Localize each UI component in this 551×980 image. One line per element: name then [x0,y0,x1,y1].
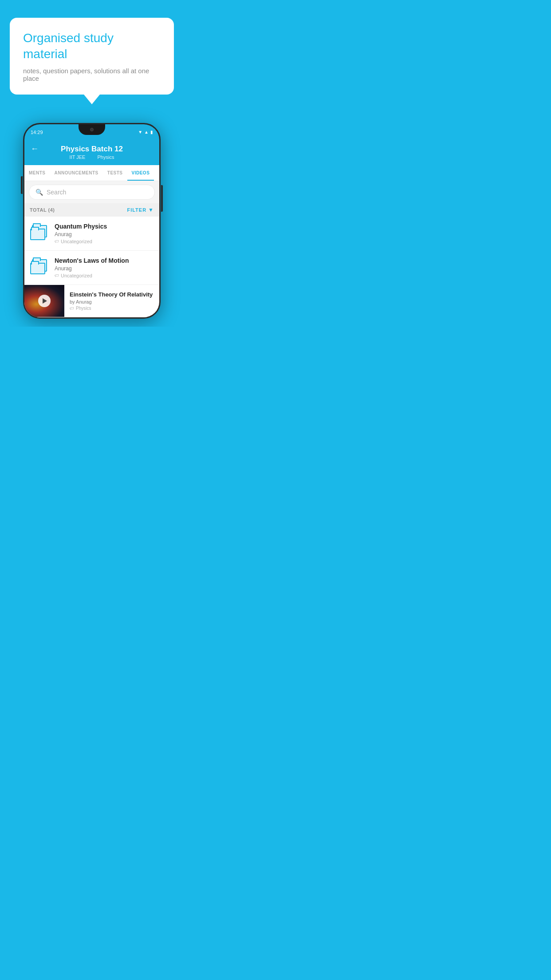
header-subtitle: IIT JEE Physics [67,154,117,160]
video-author: Anurag [55,265,154,272]
video-tag: 🏷 Uncategorized [55,239,154,244]
thumb-overlay [24,285,64,317]
subtitle-part1: IIT JEE [70,154,86,160]
subtitle-part2: Physics [98,154,114,160]
search-icon: 🔍 [35,189,43,196]
total-count: TOTAL (4) [30,207,55,213]
video-tag: 🏷 Uncategorized [55,273,154,278]
filter-label: FILTER [127,207,146,213]
play-icon [43,298,47,304]
video-title: Newton's Laws of Motion [55,257,154,264]
notch [79,124,105,135]
video-title: Einstein's Theory Of Relativity [70,291,154,298]
phone-container: 14:29 ▼ ▲ ▮ ← Physics Batch 12 IIT JEE P… [23,123,161,319]
tab-ments[interactable]: MENTS [24,165,50,181]
filter-button[interactable]: FILTER ▼ [127,207,154,213]
video-info: Quantum Physics Anurag 🏷 Uncategorized [55,223,154,244]
video-icon-wrap [30,258,49,277]
tag-icon: 🏷 [70,306,74,311]
folder-icon [30,259,49,276]
folder-icon [30,225,49,242]
list-item[interactable]: Quantum Physics Anurag 🏷 Uncategorized [24,217,159,251]
tag-label: Physics [76,306,91,311]
power-button [161,185,163,212]
header-title: Physics Batch 12 [61,145,123,154]
status-time: 14:29 [31,130,43,135]
search-bar-container: 🔍 Search [24,181,159,203]
video-info: Newton's Laws of Motion Anurag 🏷 Uncateg… [55,257,154,278]
tag-label: Uncategorized [61,239,92,244]
list-item[interactable]: Newton's Laws of Motion Anurag 🏷 Uncateg… [24,251,159,285]
video-icon-wrap [30,224,49,243]
status-icons: ▼ ▲ ▮ [138,130,153,134]
search-placeholder: Search [47,189,66,196]
phone-wrapper: 14:29 ▼ ▲ ▮ ← Physics Batch 12 IIT JEE P… [0,123,184,323]
tab-announcements[interactable]: ANNOUNCEMENTS [50,165,103,181]
folder-front [30,263,45,274]
phone-mockup: 14:29 ▼ ▲ ▮ ← Physics Batch 12 IIT JEE P… [23,123,161,319]
folder-front [30,229,45,240]
play-button[interactable] [38,295,51,307]
video-author: Anurag [55,231,154,237]
filter-icon: ▼ [148,207,154,213]
back-button[interactable]: ← [31,144,39,154]
video-info: Einstein's Theory Of Relativity by Anura… [70,287,154,315]
tag-icon: 🏷 [55,273,59,278]
app-header: ← Physics Batch 12 IIT JEE Physics [24,140,159,165]
bubble-title: Organised study material [23,30,161,63]
signal-icon: ▲ [144,130,149,134]
top-section: Organised study material notes, question… [0,0,184,103]
list-item[interactable]: Einstein's Theory Of Relativity by Anura… [24,285,159,317]
tab-videos[interactable]: VIDEOS [127,165,154,181]
battery-icon: ▮ [150,130,153,134]
camera [90,128,94,131]
video-title: Quantum Physics [55,223,154,230]
video-list: Quantum Physics Anurag 🏷 Uncategorized [24,217,159,317]
bubble-subtitle: notes, question papers, solutions all at… [23,67,161,82]
video-author: by Anurag [70,299,154,304]
tag-icon: 🏷 [55,239,59,244]
volume-button [21,176,23,194]
tag-label: Uncategorized [61,273,92,278]
speech-bubble: Organised study material notes, question… [10,18,174,95]
search-input[interactable]: 🔍 Search [29,185,155,200]
tabs-bar: MENTS ANNOUNCEMENTS TESTS VIDEOS [24,165,159,181]
filter-bar: TOTAL (4) FILTER ▼ [24,203,159,217]
header-row: ← Physics Batch 12 [31,145,153,154]
wifi-icon: ▼ [138,130,142,134]
tab-tests[interactable]: TESTS [103,165,127,181]
video-thumbnail [24,285,64,317]
status-bar: 14:29 ▼ ▲ ▮ [24,124,159,140]
video-tag: 🏷 Physics [70,306,154,311]
